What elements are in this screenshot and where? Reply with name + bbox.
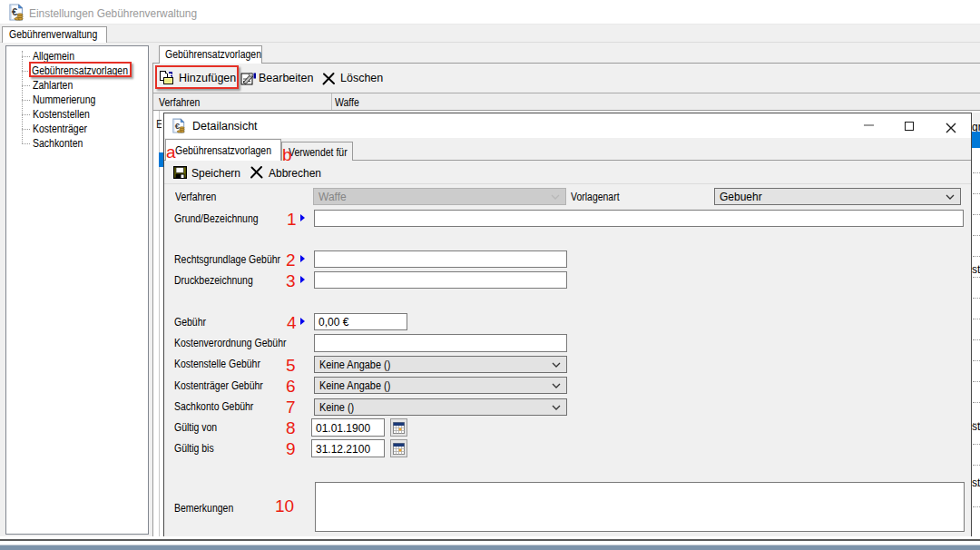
svg-text:€: € <box>175 121 181 131</box>
svg-text:€: € <box>12 6 17 17</box>
